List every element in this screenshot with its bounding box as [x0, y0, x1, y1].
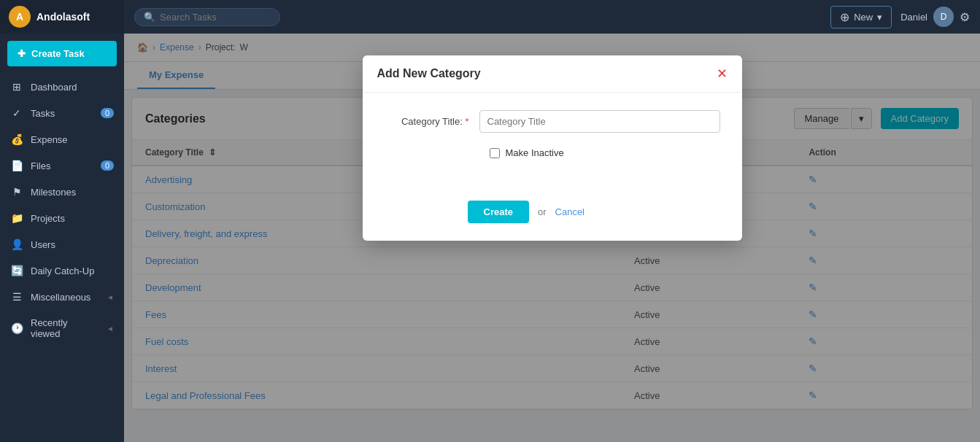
create-button[interactable]: Create [468, 201, 529, 223]
chevron-left-icon: ◄ [107, 325, 114, 333]
modal-footer: Create or Cancel [363, 193, 742, 241]
sidebar-item-projects[interactable]: 📁 Projects [0, 205, 124, 231]
user-area: Daniel D ⚙ [900, 7, 970, 27]
tasks-icon: ✓ [10, 107, 23, 119]
milestones-icon: ⚑ [10, 186, 23, 198]
add-category-modal: Add New Category ✕ Category Title: * Mak… [363, 55, 742, 241]
create-task-button[interactable]: ✚ Create Task [7, 41, 117, 66]
daily-catchup-icon: 🔄 [10, 265, 23, 276]
create-task-label: Create Task [31, 48, 85, 59]
misc-icon: ☰ [10, 291, 23, 303]
projects-icon: 📁 [10, 212, 23, 224]
sidebar-item-label: Recently viewed [31, 317, 99, 339]
new-label: New [854, 12, 873, 23]
sidebar-item-label: Tasks [31, 108, 93, 119]
tasks-badge: 0 [101, 108, 114, 118]
chevron-left-icon: ◄ [107, 293, 114, 301]
files-icon: 📄 [10, 160, 23, 171]
sidebar-item-milestones[interactable]: ⚑ Milestones [0, 179, 124, 205]
close-button[interactable]: ✕ [717, 67, 728, 80]
sidebar: A Andolasoft ✚ Create Task ⊞ Dashboard ✓… [0, 0, 124, 442]
sidebar-item-label: Miscellaneous [31, 292, 99, 303]
category-title-row: Category Title: * [385, 110, 720, 133]
sidebar-item-label: Milestones [31, 187, 114, 198]
modal-body: Category Title: * Make Inactive [363, 93, 742, 193]
sidebar-item-label: Daily Catch-Up [31, 265, 114, 276]
clock-icon: 🕐 [10, 322, 23, 334]
sidebar-item-label: Users [31, 239, 114, 250]
make-inactive-row: Make Inactive [385, 147, 720, 158]
sidebar-item-miscellaneous[interactable]: ☰ Miscellaneous ◄ [0, 284, 124, 310]
avatar: D [933, 7, 954, 27]
sidebar-item-tasks[interactable]: ✓ Tasks 0 [0, 100, 124, 126]
make-inactive-label: Make Inactive [506, 147, 564, 158]
category-title-label: Category Title: * [385, 116, 479, 127]
sidebar-logo: A Andolasoft [0, 0, 124, 34]
create-task-icon: ✚ [18, 48, 26, 59]
chevron-down-icon: ▾ [877, 12, 882, 23]
new-button[interactable]: ⊕ New ▾ [830, 6, 892, 28]
logo-icon: A [9, 6, 31, 28]
search-input[interactable] [160, 12, 262, 23]
sidebar-item-files[interactable]: 📄 Files 0 [0, 152, 124, 179]
logo-text: Andolasoft [36, 11, 90, 23]
category-title-input[interactable] [479, 110, 720, 133]
content-area: 🏠 › Expense › Project: W My Expense Cate… [124, 34, 980, 442]
required-asterisk: * [465, 116, 468, 127]
make-inactive-checkbox[interactable] [490, 148, 500, 158]
sidebar-item-label: Files [31, 160, 93, 171]
sidebar-item-recently-viewed[interactable]: 🕐 Recently viewed ◄ [0, 310, 124, 346]
sidebar-item-label: Dashboard [31, 82, 114, 93]
users-icon: 👤 [10, 239, 23, 250]
search-box[interactable]: 🔍 [134, 8, 280, 26]
sidebar-item-users[interactable]: 👤 Users [0, 231, 124, 257]
plus-circle-icon: ⊕ [840, 10, 849, 24]
sidebar-item-expense[interactable]: 💰 Expense [0, 126, 124, 152]
or-text: or [538, 206, 547, 217]
search-icon: 🔍 [144, 12, 155, 23]
user-name: Daniel [900, 12, 927, 23]
sidebar-item-label: Expense [31, 134, 114, 145]
modal-title: Add New Category [377, 67, 481, 80]
dashboard-icon: ⊞ [10, 81, 23, 93]
topbar: 🔍 ⊕ New ▾ Daniel D ⚙ [124, 0, 980, 34]
main-content: 🔍 ⊕ New ▾ Daniel D ⚙ 🏠 › Expense › Proje… [124, 0, 980, 442]
modal-overlay: Add New Category ✕ Category Title: * Mak… [124, 34, 980, 442]
cancel-button[interactable]: Cancel [555, 206, 584, 217]
sidebar-item-dashboard[interactable]: ⊞ Dashboard [0, 74, 124, 100]
sidebar-nav: ⊞ Dashboard ✓ Tasks 0 💰 Expense 📄 Files … [0, 74, 124, 442]
files-badge: 0 [101, 160, 114, 171]
sidebar-item-label: Projects [31, 213, 114, 224]
gear-icon[interactable]: ⚙ [960, 10, 970, 24]
expense-icon: 💰 [10, 133, 23, 145]
sidebar-item-daily-catchup[interactable]: 🔄 Daily Catch-Up [0, 257, 124, 284]
modal-header: Add New Category ✕ [363, 55, 742, 93]
